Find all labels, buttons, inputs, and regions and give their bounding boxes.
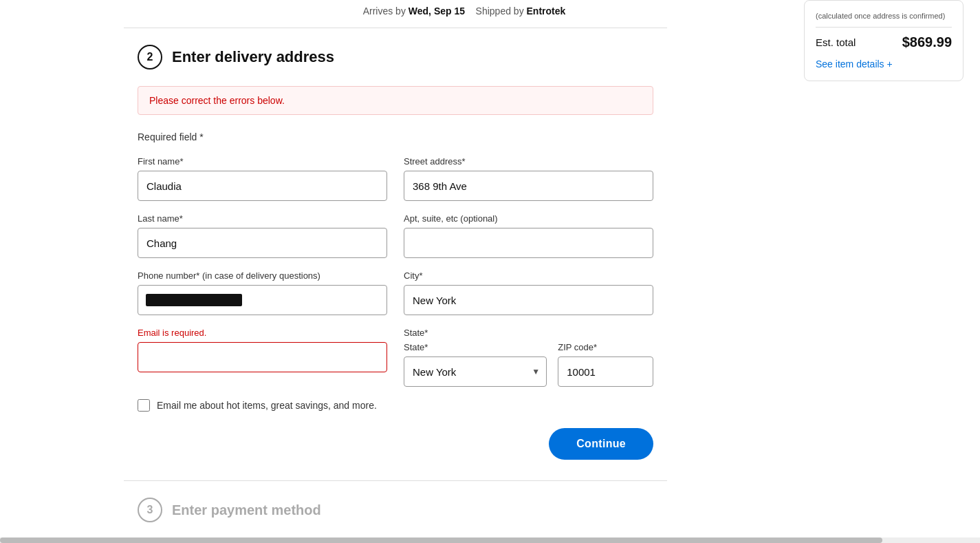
shipped-by-label: Shipped by	[476, 6, 524, 17]
sidebar-note: (calculated once address is confirmed)	[816, 12, 952, 20]
city-group: City*	[404, 270, 653, 315]
section2-title: Enter delivery address	[172, 48, 334, 66]
email-error-text: Email is required.	[138, 328, 387, 338]
est-total-row: Est. total $869.99	[816, 34, 952, 50]
apt-label: Apt, suite, etc (optional)	[404, 213, 653, 224]
phone-label: Phone number* (in case of delivery quest…	[138, 270, 387, 281]
form-row-1: First name* Street address*	[138, 156, 653, 201]
scrollbar[interactable]	[0, 537, 980, 543]
last-name-group: Last name*	[138, 213, 387, 258]
email-checkbox-row: Email me about hot items, great savings,…	[138, 399, 653, 412]
section3-title: Enter payment method	[172, 502, 321, 518]
phone-group: Phone number* (in case of delivery quest…	[138, 270, 387, 315]
state-label: State*	[404, 328, 653, 338]
step2-number: 2	[147, 51, 153, 63]
first-name-input[interactable]	[138, 171, 387, 201]
step3-circle: 3	[138, 498, 162, 522]
zip-label: ZIP code*	[558, 342, 653, 352]
shipping-info: Arrives by Wed, Sep 15 Shipped by Entrot…	[124, 0, 667, 28]
street-address-input[interactable]	[404, 171, 653, 201]
error-message: Please correct the errors below.	[149, 95, 285, 106]
last-name-label: Last name*	[138, 213, 387, 224]
first-name-group: First name*	[138, 156, 387, 201]
city-label: City*	[404, 270, 653, 281]
first-name-label: First name*	[138, 156, 387, 167]
zip-group: ZIP code*	[558, 342, 653, 387]
state-label2: State*	[404, 342, 547, 352]
see-details-label: See item details	[816, 58, 884, 70]
phone-input-wrapper	[138, 285, 387, 315]
form-row-4: Email is required. State* State* New Yor…	[138, 328, 653, 387]
plus-icon: +	[887, 58, 893, 70]
step2-circle: 2	[138, 45, 162, 70]
required-note: Required field *	[138, 131, 653, 142]
street-address-label: Street address*	[404, 156, 653, 167]
email-checkbox-label: Email me about hot items, great savings,…	[157, 400, 377, 411]
est-total-value: $869.99	[902, 34, 952, 50]
email-checkbox[interactable]	[138, 399, 150, 412]
form-row-3: Phone number* (in case of delivery quest…	[138, 270, 653, 315]
state-zip-outer: State* State* New York AlabamaAlaskaAriz…	[404, 328, 653, 387]
section-divider	[124, 28, 667, 28]
see-item-details-button[interactable]: See item details +	[816, 58, 893, 70]
state-zip-row: State* New York AlabamaAlaskaArizonaArka…	[404, 342, 653, 387]
last-name-input[interactable]	[138, 228, 387, 258]
apt-input[interactable]	[404, 228, 653, 258]
state-group: State* New York AlabamaAlaskaArizonaArka…	[404, 342, 547, 387]
street-address-group: Street address*	[404, 156, 653, 201]
form-row-2: Last name* Apt, suite, etc (optional)	[138, 213, 653, 258]
sidebar: (calculated once address is confirmed) E…	[787, 0, 980, 81]
see-details-row: See item details +	[816, 58, 952, 70]
section2-header: 2 Enter delivery address	[124, 45, 667, 70]
delivery-address-form: Required field * First name* Street addr…	[124, 131, 667, 460]
sidebar-card-divider	[816, 27, 952, 28]
city-input[interactable]	[404, 285, 653, 315]
arrives-label: Arrives by	[363, 6, 406, 17]
est-total-label: Est. total	[816, 36, 856, 48]
state-select[interactable]: New York AlabamaAlaskaArizonaArkansas Ca…	[404, 356, 547, 387]
email-input[interactable]	[138, 342, 387, 372]
continue-button[interactable]: Continue	[549, 428, 653, 460]
arrives-date: Wed, Sep 15	[409, 6, 465, 17]
scrollbar-thumb[interactable]	[0, 537, 882, 543]
sidebar-card: (calculated once address is confirmed) E…	[804, 0, 963, 81]
phone-blur-overlay	[146, 294, 242, 306]
section3: 3 Enter payment method	[124, 480, 667, 539]
section3-header: 3 Enter payment method	[138, 498, 653, 522]
zip-input[interactable]	[558, 356, 653, 387]
state-select-wrapper: New York AlabamaAlaskaArizonaArkansas Ca…	[404, 356, 547, 387]
apt-group: Apt, suite, etc (optional)	[404, 213, 653, 258]
step3-number: 3	[147, 504, 153, 516]
shipper-name: Entrotek	[527, 6, 566, 17]
email-group: Email is required.	[138, 328, 387, 387]
error-banner: Please correct the errors below.	[138, 86, 653, 115]
button-row: Continue	[138, 428, 653, 460]
